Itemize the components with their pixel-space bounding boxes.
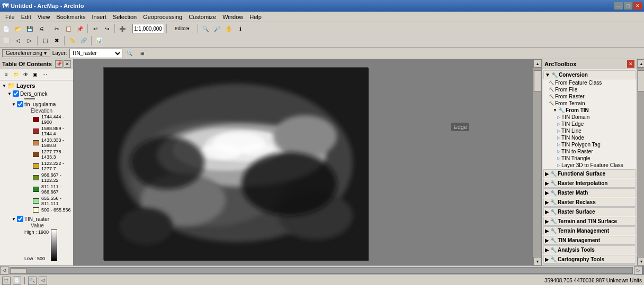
- menu-customize[interactable]: Customize: [185, 13, 219, 21]
- identify-button[interactable]: ℹ: [235, 23, 246, 34]
- ders-ornek-checkbox[interactable]: [13, 90, 19, 97]
- toc-selection-btn[interactable]: ▣: [31, 70, 39, 79]
- conversion-tools-header[interactable]: ▶ 🔧 Conversion Tools: [543, 264, 636, 265]
- new-map-button[interactable]: 📄: [1, 23, 12, 34]
- from-feature-class-item[interactable]: 🔨 From Feature Class: [548, 79, 636, 86]
- menu-geoprocessing[interactable]: Geoprocessing: [140, 13, 185, 21]
- zoom-out-button[interactable]: 🔎: [212, 23, 222, 34]
- menu-file[interactable]: File: [2, 13, 18, 21]
- tin-raster-header[interactable]: ▼ TIN_raster: [12, 215, 72, 223]
- prev-extent-button[interactable]: ◁: [13, 35, 23, 46]
- raster-reclass-header[interactable]: ▶ 🔧 Raster Reclass: [543, 198, 636, 207]
- georef-button[interactable]: Georeferencing ▾: [2, 49, 50, 57]
- full-extent-button[interactable]: ⬜: [1, 35, 12, 46]
- menu-help[interactable]: Help: [246, 13, 265, 21]
- status-zoom-btn[interactable]: 🔍: [28, 277, 37, 285]
- functional-surface-header[interactable]: ▶ 🔧 Functional Surface: [543, 169, 636, 178]
- scroll-down-btn[interactable]: ▼: [533, 257, 542, 265]
- paste-button[interactable]: 📌: [75, 23, 85, 34]
- scroll-thumb[interactable]: [534, 70, 541, 91]
- h-scroll-track[interactable]: [10, 267, 633, 274]
- status-map-btn[interactable]: ⬚: [2, 277, 11, 285]
- scroll-left-btn[interactable]: ◁: [0, 266, 8, 274]
- zoom-in-button[interactable]: 🔍: [200, 23, 211, 34]
- tin-line-item[interactable]: ▷ TIN Line: [556, 127, 636, 134]
- from-raster-item[interactable]: 🔨 From Raster: [548, 93, 636, 100]
- redo-button[interactable]: ↪: [102, 23, 112, 34]
- layer-3d-feature-item[interactable]: ▷ Layer 3D to Feature Class: [556, 162, 636, 169]
- minimize-button[interactable]: —: [614, 2, 623, 10]
- status-layout-btn[interactable]: 📄: [13, 277, 21, 285]
- h-scroll-thumb[interactable]: [11, 268, 26, 274]
- toc-layers-header[interactable]: ▼ 📁 Layers: [1, 81, 72, 90]
- print-button[interactable]: 🖨: [36, 23, 47, 34]
- menu-edit[interactable]: Edit: [18, 13, 34, 21]
- from-terrain-item[interactable]: 🔨 From Terrain: [548, 100, 636, 107]
- undo-button[interactable]: ↩: [90, 23, 101, 34]
- right-scroll-track[interactable]: [637, 68, 644, 257]
- tin-edge-item[interactable]: ▷ TIN Edge: [556, 121, 636, 127]
- zoom-layer-button[interactable]: 🔍: [124, 48, 135, 59]
- open-button[interactable]: 📂: [13, 23, 23, 34]
- right-scroll-up[interactable]: ▲: [637, 59, 644, 68]
- menu-bookmarks[interactable]: Bookmarks: [53, 13, 88, 21]
- arctoolbox-close-button[interactable]: ✕: [627, 60, 634, 68]
- raster-interp-header[interactable]: ▶ 🔧 Raster Interpolation: [543, 179, 636, 188]
- menu-insert[interactable]: Insert: [88, 13, 110, 21]
- clear-select-button[interactable]: ✖: [51, 35, 62, 46]
- analysis-tools-header[interactable]: ▶ 🔧 Analysis Tools: [543, 245, 636, 254]
- save-button[interactable]: 💾: [24, 23, 35, 34]
- right-scroll-down[interactable]: ▼: [637, 257, 644, 265]
- hyperlink-button[interactable]: 🔗: [78, 35, 89, 46]
- toc-close-button[interactable]: ✕: [64, 60, 71, 68]
- copy-button[interactable]: 📋: [63, 23, 74, 34]
- layer-select[interactable]: TIN_raster: [69, 49, 122, 58]
- tin-polygon-tag-item[interactable]: ▷ TIN Polygon Tag: [556, 141, 636, 148]
- tin-triangle-item[interactable]: ▷ TIN Triangle: [556, 155, 636, 162]
- close-button[interactable]: ✕: [633, 2, 642, 10]
- select-features-button[interactable]: ⬚: [40, 35, 50, 46]
- terrain-tin-surface-header[interactable]: ▶ 🔧 Terrain and TIN Surface: [543, 217, 636, 226]
- toc-options-btn[interactable]: ⋯: [40, 70, 49, 79]
- tin-uygulama-header[interactable]: ▼ tin_uygulama: [12, 100, 72, 108]
- editor-btn[interactable]: Editor▾: [169, 23, 195, 34]
- right-scrollbar[interactable]: ▲ ▼: [637, 59, 644, 265]
- tin-domain-item[interactable]: ▷ TIN Domain: [556, 114, 636, 121]
- fit-button[interactable]: ⊞: [137, 48, 148, 59]
- menu-view[interactable]: View: [34, 13, 53, 21]
- map-vertical-scrollbar[interactable]: ▲ ▼: [533, 59, 541, 265]
- add-data-button[interactable]: ➕: [117, 23, 128, 34]
- scroll-right-btn[interactable]: ▷: [634, 266, 642, 274]
- tin-raster-checkbox[interactable]: [17, 216, 23, 222]
- cartography-tools-header[interactable]: ▶ 🔧 Cartography Tools: [543, 255, 636, 264]
- terrain-management-header[interactable]: ▶ 🔧 Terrain Management: [543, 226, 636, 235]
- map-area[interactable]: Edge: [74, 59, 533, 265]
- raster-math-header[interactable]: ▶ 🔧 Raster Math: [543, 188, 636, 197]
- raster-surface-header[interactable]: ▶ 🔧 Raster Surface: [543, 207, 636, 216]
- status-prev-btn[interactable]: ◁: [39, 277, 47, 285]
- menu-selection[interactable]: Selection: [110, 13, 140, 21]
- scroll-up-btn[interactable]: ▲: [533, 59, 542, 68]
- tin-node-item[interactable]: ▷ TIN Node: [556, 134, 636, 141]
- conversion-header[interactable]: ▼ 🔧 Conversion: [543, 70, 636, 79]
- from-tin-header[interactable]: ▼ 🔧 From TIN: [552, 107, 636, 114]
- tin-to-raster-item[interactable]: ▷ TIN to Raster: [556, 148, 636, 155]
- pan-button[interactable]: ✋: [223, 23, 234, 34]
- attributes-button[interactable]: 📊: [94, 35, 104, 46]
- next-extent-button[interactable]: ▷: [24, 35, 35, 46]
- scroll-track[interactable]: [533, 68, 541, 257]
- ders-ornek-header[interactable]: ▼ Ders_ornek: [7, 90, 72, 97]
- menu-window[interactable]: Window: [219, 13, 246, 21]
- cut-button[interactable]: ✂: [51, 23, 62, 34]
- measure-button[interactable]: 📏: [67, 35, 77, 46]
- tin-uygulama-checkbox[interactable]: [17, 101, 23, 107]
- tin-management-header[interactable]: ▶ 🔧 TIN Management: [543, 236, 636, 245]
- from-file-item[interactable]: 🔨 From File: [548, 86, 636, 93]
- right-scroll-thumb[interactable]: [638, 70, 644, 91]
- toc-visibility-btn[interactable]: 👁: [21, 70, 30, 79]
- scale-input[interactable]: [132, 24, 164, 33]
- toc-list-btn[interactable]: ≡: [2, 70, 11, 79]
- maximize-button[interactable]: □: [624, 2, 632, 10]
- toc-pin-button[interactable]: 📌: [55, 60, 62, 68]
- toc-source-btn[interactable]: 📁: [12, 70, 20, 79]
